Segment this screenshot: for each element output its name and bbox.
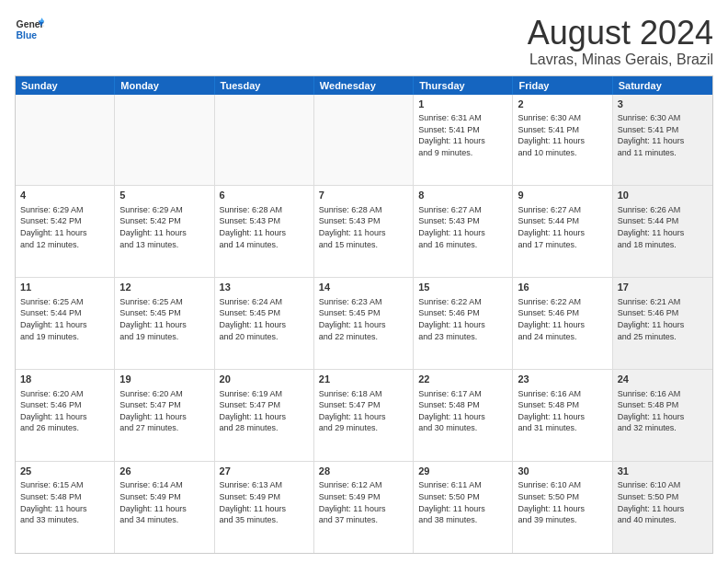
- weekday-header: Tuesday: [215, 76, 314, 95]
- calendar-cell: 18Sunrise: 6:20 AM Sunset: 5:46 PM Dayli…: [16, 370, 115, 461]
- calendar-cell: 29Sunrise: 6:11 AM Sunset: 5:50 PM Dayli…: [414, 462, 513, 553]
- main-title: August 2024: [528, 15, 713, 52]
- cell-info: Sunrise: 6:15 AM Sunset: 5:48 PM Dayligh…: [20, 480, 87, 524]
- day-number: 19: [119, 373, 209, 386]
- calendar-cell: 22Sunrise: 6:17 AM Sunset: 5:48 PM Dayli…: [414, 370, 513, 461]
- calendar-header: SundayMondayTuesdayWednesdayThursdayFrid…: [16, 76, 712, 95]
- calendar-cell: 13Sunrise: 6:24 AM Sunset: 5:45 PM Dayli…: [215, 278, 314, 369]
- logo: General Blue: [15, 15, 44, 44]
- calendar-cell: 5Sunrise: 6:29 AM Sunset: 5:42 PM Daylig…: [115, 186, 214, 277]
- cell-info: Sunrise: 6:29 AM Sunset: 5:42 PM Dayligh…: [119, 205, 187, 249]
- day-number: 30: [518, 465, 607, 478]
- day-number: 1: [418, 98, 507, 111]
- calendar-cell: 19Sunrise: 6:20 AM Sunset: 5:47 PM Dayli…: [115, 370, 214, 461]
- calendar-cell: 31Sunrise: 6:10 AM Sunset: 5:50 PM Dayli…: [613, 462, 712, 553]
- cell-info: Sunrise: 6:28 AM Sunset: 5:43 PM Dayligh…: [220, 205, 287, 249]
- weekday-header: Saturday: [613, 76, 712, 95]
- calendar-cell: 16Sunrise: 6:22 AM Sunset: 5:46 PM Dayli…: [513, 278, 612, 369]
- calendar-cell: 17Sunrise: 6:21 AM Sunset: 5:46 PM Dayli…: [613, 278, 712, 369]
- calendar-cell: 1Sunrise: 6:31 AM Sunset: 5:41 PM Daylig…: [414, 95, 513, 186]
- cell-info: Sunrise: 6:16 AM Sunset: 5:48 PM Dayligh…: [518, 389, 585, 433]
- cell-info: Sunrise: 6:16 AM Sunset: 5:48 PM Dayligh…: [618, 389, 685, 433]
- cell-info: Sunrise: 6:25 AM Sunset: 5:44 PM Dayligh…: [20, 297, 87, 341]
- cell-info: Sunrise: 6:27 AM Sunset: 5:44 PM Dayligh…: [518, 205, 585, 249]
- day-number: 21: [319, 373, 408, 386]
- weekday-header: Sunday: [16, 76, 115, 95]
- cell-info: Sunrise: 6:12 AM Sunset: 5:49 PM Dayligh…: [319, 480, 386, 524]
- calendar-body: 1Sunrise: 6:31 AM Sunset: 5:41 PM Daylig…: [16, 95, 712, 553]
- calendar-cell: [16, 95, 115, 186]
- calendar-cell: 15Sunrise: 6:22 AM Sunset: 5:46 PM Dayli…: [414, 278, 513, 369]
- calendar-cell: 30Sunrise: 6:10 AM Sunset: 5:50 PM Dayli…: [513, 462, 612, 553]
- cell-info: Sunrise: 6:23 AM Sunset: 5:45 PM Dayligh…: [319, 297, 386, 341]
- calendar-row: 25Sunrise: 6:15 AM Sunset: 5:48 PM Dayli…: [16, 462, 712, 553]
- calendar-cell: 7Sunrise: 6:28 AM Sunset: 5:43 PM Daylig…: [314, 186, 414, 277]
- day-number: 18: [20, 373, 109, 386]
- day-number: 12: [119, 281, 209, 294]
- cell-info: Sunrise: 6:31 AM Sunset: 5:41 PM Dayligh…: [418, 113, 485, 157]
- calendar-cell: 10Sunrise: 6:26 AM Sunset: 5:44 PM Dayli…: [613, 186, 712, 277]
- day-number: 23: [518, 373, 607, 386]
- weekday-header: Wednesday: [314, 76, 414, 95]
- day-number: 8: [418, 189, 507, 202]
- day-number: 24: [618, 373, 708, 386]
- cell-info: Sunrise: 6:13 AM Sunset: 5:49 PM Dayligh…: [220, 480, 287, 524]
- calendar-cell: 11Sunrise: 6:25 AM Sunset: 5:44 PM Dayli…: [16, 278, 115, 369]
- calendar-cell: 12Sunrise: 6:25 AM Sunset: 5:45 PM Dayli…: [115, 278, 214, 369]
- weekday-header: Thursday: [414, 76, 513, 95]
- day-number: 9: [518, 189, 607, 202]
- day-number: 28: [319, 465, 408, 478]
- calendar-cell: 23Sunrise: 6:16 AM Sunset: 5:48 PM Dayli…: [513, 370, 612, 461]
- cell-info: Sunrise: 6:14 AM Sunset: 5:49 PM Dayligh…: [119, 480, 187, 524]
- cell-info: Sunrise: 6:26 AM Sunset: 5:44 PM Dayligh…: [618, 205, 685, 249]
- calendar-row: 18Sunrise: 6:20 AM Sunset: 5:46 PM Dayli…: [16, 370, 712, 462]
- cell-info: Sunrise: 6:27 AM Sunset: 5:43 PM Dayligh…: [418, 205, 485, 249]
- cell-info: Sunrise: 6:25 AM Sunset: 5:45 PM Dayligh…: [119, 297, 187, 341]
- cell-info: Sunrise: 6:22 AM Sunset: 5:46 PM Dayligh…: [418, 297, 485, 341]
- calendar-cell: 24Sunrise: 6:16 AM Sunset: 5:48 PM Dayli…: [613, 370, 712, 461]
- cell-info: Sunrise: 6:30 AM Sunset: 5:41 PM Dayligh…: [518, 113, 585, 157]
- calendar-cell: 20Sunrise: 6:19 AM Sunset: 5:47 PM Dayli…: [215, 370, 314, 461]
- day-number: 15: [418, 281, 507, 294]
- calendar-cell: 14Sunrise: 6:23 AM Sunset: 5:45 PM Dayli…: [314, 278, 414, 369]
- day-number: 17: [618, 281, 708, 294]
- day-number: 16: [518, 281, 607, 294]
- day-number: 2: [518, 98, 607, 111]
- calendar-cell: 28Sunrise: 6:12 AM Sunset: 5:49 PM Dayli…: [314, 462, 414, 553]
- calendar-cell: 25Sunrise: 6:15 AM Sunset: 5:48 PM Dayli…: [16, 462, 115, 553]
- day-number: 27: [220, 465, 309, 478]
- day-number: 3: [618, 98, 708, 111]
- weekday-header: Friday: [513, 76, 612, 95]
- day-number: 14: [319, 281, 408, 294]
- cell-info: Sunrise: 6:18 AM Sunset: 5:47 PM Dayligh…: [319, 389, 386, 433]
- svg-text:Blue: Blue: [17, 30, 38, 40]
- day-number: 7: [319, 189, 408, 202]
- day-number: 10: [618, 189, 708, 202]
- calendar-cell: 4Sunrise: 6:29 AM Sunset: 5:42 PM Daylig…: [16, 186, 115, 277]
- cell-info: Sunrise: 6:10 AM Sunset: 5:50 PM Dayligh…: [518, 480, 585, 524]
- header: General Blue August 2024 Lavras, Minas G…: [15, 15, 713, 68]
- cell-info: Sunrise: 6:11 AM Sunset: 5:50 PM Dayligh…: [418, 480, 485, 524]
- calendar-cell: [314, 95, 414, 186]
- day-number: 26: [119, 465, 209, 478]
- page: General Blue August 2024 Lavras, Minas G…: [0, 0, 728, 563]
- calendar-cell: 27Sunrise: 6:13 AM Sunset: 5:49 PM Dayli…: [215, 462, 314, 553]
- cell-info: Sunrise: 6:22 AM Sunset: 5:46 PM Dayligh…: [518, 297, 585, 341]
- calendar-cell: 6Sunrise: 6:28 AM Sunset: 5:43 PM Daylig…: [215, 186, 314, 277]
- calendar-row: 1Sunrise: 6:31 AM Sunset: 5:41 PM Daylig…: [16, 95, 712, 187]
- cell-info: Sunrise: 6:29 AM Sunset: 5:42 PM Dayligh…: [20, 205, 87, 249]
- calendar-row: 4Sunrise: 6:29 AM Sunset: 5:42 PM Daylig…: [16, 186, 712, 278]
- day-number: 4: [20, 189, 109, 202]
- day-number: 25: [20, 465, 109, 478]
- day-number: 29: [418, 465, 507, 478]
- cell-info: Sunrise: 6:30 AM Sunset: 5:41 PM Dayligh…: [618, 113, 685, 157]
- cell-info: Sunrise: 6:10 AM Sunset: 5:50 PM Dayligh…: [618, 480, 685, 524]
- day-number: 5: [119, 189, 209, 202]
- cell-info: Sunrise: 6:24 AM Sunset: 5:45 PM Dayligh…: [220, 297, 287, 341]
- cell-info: Sunrise: 6:19 AM Sunset: 5:47 PM Dayligh…: [220, 389, 287, 433]
- calendar-cell: 2Sunrise: 6:30 AM Sunset: 5:41 PM Daylig…: [513, 95, 612, 186]
- day-number: 11: [20, 281, 109, 294]
- calendar-cell: 3Sunrise: 6:30 AM Sunset: 5:41 PM Daylig…: [613, 95, 712, 186]
- calendar-cell: 26Sunrise: 6:14 AM Sunset: 5:49 PM Dayli…: [115, 462, 214, 553]
- day-number: 13: [220, 281, 309, 294]
